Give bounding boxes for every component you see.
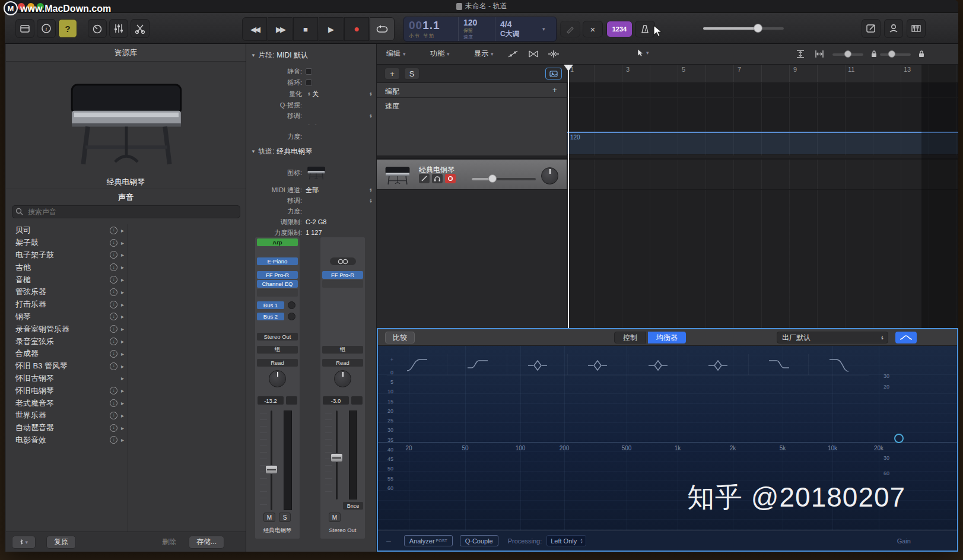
expand-icon[interactable]: ▸: [121, 437, 124, 443]
list-item[interactable]: 贝司↓▸: [6, 224, 128, 237]
editors-button[interactable]: [131, 19, 150, 38]
edit-menu[interactable]: 编辑▾: [386, 49, 406, 59]
list-item[interactable]: 自动琶音器↓▸: [6, 422, 128, 434]
expand-icon[interactable]: ▸: [121, 326, 124, 332]
download-icon[interactable]: ↓: [110, 325, 117, 333]
eq-band-peak1-button[interactable]: [507, 354, 568, 375]
expand-icon[interactable]: ▸: [121, 338, 124, 345]
audio-fx-slot-2[interactable]: Channel EQ: [257, 280, 298, 288]
view-menu[interactable]: 显示▾: [474, 49, 494, 59]
catch-playhead-button[interactable]: [545, 48, 562, 60]
list-item[interactable]: 吉他↓▸: [6, 261, 128, 273]
playhead[interactable]: [568, 65, 569, 328]
tool-menu[interactable]: ▾: [637, 49, 649, 57]
list-item[interactable]: 怀旧电钢琴↓▸: [6, 384, 128, 397]
transpose-stepper[interactable]: ▴▾: [370, 113, 371, 119]
lcd-tempo[interactable]: 120 保留 速度: [459, 17, 495, 41]
midi-channel-value[interactable]: 全部: [306, 186, 319, 195]
preset-dropdown[interactable]: 出厂默认 ▴▾: [777, 332, 888, 343]
eq-band-lowshelf-button[interactable]: [447, 354, 508, 375]
expand-icon[interactable]: ▸: [121, 301, 124, 308]
input-monitoring-button[interactable]: [432, 174, 443, 183]
record-enable-button[interactable]: [445, 174, 456, 183]
automation-mode-slot[interactable]: Read: [322, 359, 363, 367]
eq-gain-knob[interactable]: [894, 434, 904, 443]
eq-band-peak2-button[interactable]: [568, 354, 628, 375]
download-icon[interactable]: ↓: [110, 399, 117, 407]
add-track-button[interactable]: +: [384, 68, 400, 79]
analyzer-button[interactable]: AnalyzerPOST: [404, 535, 453, 546]
channel-strip-name[interactable]: 经典电钢琴: [255, 527, 300, 534]
audio-fx-slot-1[interactable]: FF Pro-R: [322, 271, 363, 279]
velocity-limit-value[interactable]: 1 127: [306, 229, 322, 236]
eq-band-peak4-button[interactable]: [688, 354, 749, 375]
track-inspector-header[interactable]: ▼ 轨道: 经典电钢琴: [246, 146, 376, 157]
zoom-fit-vertical-button[interactable]: [792, 48, 809, 60]
track-transpose-stepper[interactable]: ▴▾: [370, 198, 371, 203]
bounce-button[interactable]: Bnce: [343, 502, 363, 510]
track-row[interactable]: 经典电钢琴: [377, 158, 958, 190]
eq-band-lowpass-button[interactable]: [809, 354, 869, 375]
expand-icon[interactable]: ▸: [121, 264, 124, 271]
cycle-button[interactable]: [370, 17, 395, 41]
track-volume-thumb[interactable]: [488, 174, 497, 183]
lcd-display[interactable]: 001.1 小节 节拍 120 保留 速度 4/4 C大调 ▾: [403, 17, 557, 42]
list-item[interactable]: 世界乐器↓▸: [6, 409, 128, 422]
key-limit-value[interactable]: C-2 G8: [306, 218, 326, 225]
midi-fx-slot[interactable]: Arp: [257, 238, 298, 246]
download-icon[interactable]: ↓: [110, 362, 117, 370]
send-slot-1[interactable]: Bus 1: [257, 301, 284, 309]
smart-controls-button[interactable]: [88, 19, 107, 38]
compare-button[interactable]: 比较: [385, 332, 415, 343]
audio-fx-slot-empty[interactable]: [322, 280, 363, 288]
volume-fader[interactable]: [320, 411, 365, 499]
forward-button[interactable]: ▶▶: [268, 17, 293, 41]
q-couple-button[interactable]: Q-Couple: [460, 535, 498, 546]
automation-mode-slot[interactable]: Read: [257, 359, 298, 367]
download-icon[interactable]: ↓: [110, 387, 117, 394]
download-icon[interactable]: ↓: [110, 263, 117, 271]
loop-checkbox[interactable]: [306, 79, 312, 86]
download-icon[interactable]: ↓: [110, 276, 117, 284]
track-pan-knob[interactable]: [541, 167, 558, 184]
mute-button[interactable]: [419, 174, 430, 183]
eq-band-highshelf-button[interactable]: [749, 354, 809, 375]
header-timeline-divider[interactable]: [567, 65, 567, 328]
download-icon[interactable]: ↓: [110, 227, 117, 234]
global-tracks-toggle-button[interactable]: [545, 68, 562, 79]
rewind-button[interactable]: ◀◀: [242, 17, 267, 41]
quantize-menu-stepper[interactable]: ▴▾: [370, 91, 371, 97]
mixer-button[interactable]: [109, 19, 128, 38]
expand-icon[interactable]: ▸: [121, 276, 124, 283]
download-icon[interactable]: ↓: [110, 338, 117, 345]
track-lane[interactable]: [567, 160, 958, 189]
toolbar-toggle-button[interactable]: [862, 19, 881, 38]
eq-band-highpass-button[interactable]: [387, 354, 447, 375]
tab-eq[interactable]: 均衡器: [648, 332, 686, 343]
audio-fx-slot-empty[interactable]: [257, 289, 298, 297]
region-inspector-header[interactable]: ▼ 片段: MIDI 默认: [246, 50, 376, 61]
list-item[interactable]: 怀旧 B3 管风琴↓▸: [6, 360, 128, 373]
output-slot[interactable]: Stereo Out: [257, 333, 298, 341]
library-toggle-button[interactable]: [15, 19, 34, 38]
download-icon[interactable]: ↓: [110, 313, 117, 320]
volume-fader[interactable]: [255, 411, 300, 510]
volume-readout[interactable]: -13.2: [258, 396, 284, 405]
quantize-stepper[interactable]: ▴▾: [308, 91, 310, 97]
flex-button[interactable]: [525, 48, 542, 60]
group-slot[interactable]: 组: [257, 346, 298, 354]
eq-plugin-open-button[interactable]: [895, 332, 917, 343]
play-button[interactable]: ▶: [319, 17, 344, 41]
library-action-menu-button[interactable]: ▾: [12, 536, 36, 549]
download-icon[interactable]: ↓: [110, 301, 117, 308]
send-slot-2[interactable]: Bus 2: [257, 313, 284, 320]
list-item[interactable]: 老式魔音琴↓▸: [6, 397, 128, 409]
list-item[interactable]: 电子架子鼓↓▸: [6, 249, 128, 262]
track-icon-thumbnail[interactable]: [306, 164, 327, 181]
metronome-button[interactable]: [635, 21, 655, 37]
list-item[interactable]: 管弦乐器↓▸: [6, 286, 128, 298]
vertical-zoom-thumb[interactable]: [844, 50, 851, 58]
horizontal-zoom-thumb[interactable]: [888, 50, 895, 58]
expand-icon[interactable]: ▸: [121, 363, 124, 370]
expand-icon[interactable]: ▸: [121, 412, 124, 419]
